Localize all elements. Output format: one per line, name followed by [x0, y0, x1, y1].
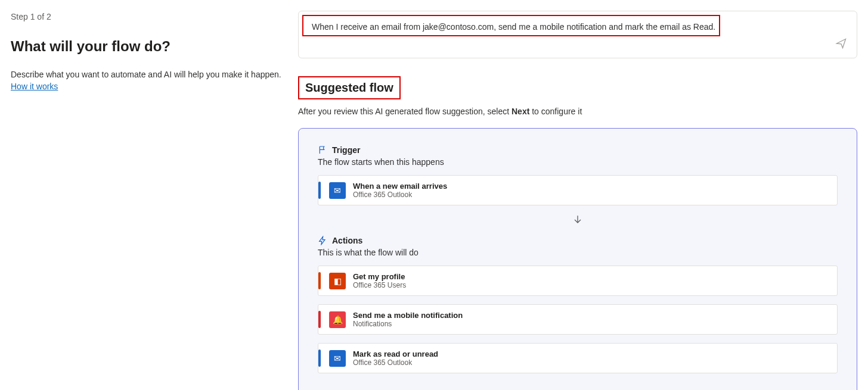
description-text: Describe what you want to automate and A…	[11, 70, 281, 79]
actions-section-header: Actions	[318, 236, 838, 245]
trigger-step-card[interactable]: ✉ When a new email arrives Office 365 Ou…	[318, 175, 838, 205]
action-step-sub: Office 365 Outlook	[353, 358, 438, 367]
page-description: Describe what you want to automate and A…	[11, 69, 287, 92]
review-prefix: After you review this AI generated flow …	[298, 107, 512, 116]
accent-bar	[318, 350, 321, 367]
prompt-input[interactable]: When I receive an email from jake@contos…	[298, 11, 857, 58]
trigger-description: The flow starts when this happens	[318, 157, 838, 167]
actions-label: Actions	[332, 236, 362, 245]
action-step-card[interactable]: ✉ Mark as read or unread Office 365 Outl…	[318, 343, 838, 373]
outlook-icon: ✉	[329, 350, 346, 367]
actions-description: This is what the flow will do	[318, 248, 838, 257]
review-bold: Next	[512, 107, 529, 116]
accent-bar	[318, 311, 321, 328]
send-icon[interactable]	[835, 38, 847, 49]
action-step-title: Send me a mobile notification	[353, 311, 463, 320]
action-step-title: Get my profile	[353, 272, 406, 281]
lightning-icon	[318, 236, 327, 245]
step-label: Step 1 of 2	[11, 12, 287, 21]
flag-icon	[318, 145, 327, 155]
action-step-sub: Notifications	[353, 320, 463, 328]
action-step-card[interactable]: 🔔 Send me a mobile notification Notifica…	[318, 304, 838, 335]
trigger-section-header: Trigger	[318, 145, 838, 155]
action-step-sub: Office 365 Users	[353, 281, 406, 289]
review-instruction: After you review this AI generated flow …	[298, 107, 857, 116]
outlook-icon: ✉	[329, 182, 346, 199]
action-step-title: Mark as read or unread	[353, 350, 438, 358]
suggested-flow-heading: Suggested flow	[305, 81, 393, 95]
accent-bar	[318, 182, 321, 199]
arrow-down-icon	[318, 214, 838, 227]
suggested-flow-card: Trigger The flow starts when this happen…	[298, 128, 857, 390]
how-it-works-link[interactable]: How it works	[11, 81, 58, 93]
page-heading: What will your flow do?	[11, 38, 287, 55]
highlight-suggested-annotation: Suggested flow	[298, 76, 401, 99]
prompt-text: When I receive an email from jake@contos…	[308, 20, 847, 34]
action-step-card[interactable]: ◧ Get my profile Office 365 Users	[318, 266, 838, 296]
office-icon: ◧	[329, 273, 346, 289]
trigger-step-sub: Office 365 Outlook	[353, 191, 447, 199]
accent-bar	[318, 272, 321, 289]
trigger-step-title: When a new email arrives	[353, 182, 447, 191]
review-suffix: to configure it	[529, 107, 582, 116]
notification-icon: 🔔	[329, 311, 346, 328]
trigger-label: Trigger	[332, 145, 360, 155]
